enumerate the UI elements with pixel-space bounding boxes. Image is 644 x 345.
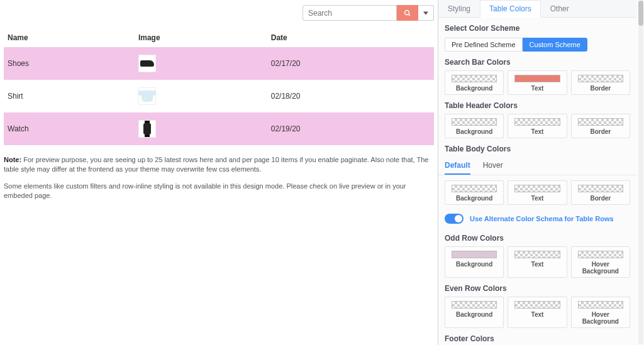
header-text-swatch[interactable]: Text: [508, 114, 567, 138]
table-header-row: Name Image Date: [4, 28, 434, 47]
search-text-swatch[interactable]: Text: [508, 70, 567, 95]
alternate-row-toggle-label: Use Alternate Color Schema for Table Row…: [470, 215, 614, 222]
search-bar-colors-title: Search Bar Colors: [445, 58, 630, 67]
cell-name: Watch: [4, 112, 135, 145]
col-date: Date: [267, 28, 434, 47]
even-row-colors-title: Even Row Colors: [445, 284, 630, 293]
scrollbar-thumb[interactable]: [638, 1, 643, 26]
color-scheme-panel: Select Color Scheme Pre Defined Scheme C…: [438, 18, 636, 52]
tab-styling[interactable]: Styling: [438, 0, 480, 17]
cell-name: Shirt: [4, 80, 135, 112]
shoe-icon: [140, 60, 154, 67]
search-input[interactable]: [303, 5, 397, 21]
cell-date: 02/19/20: [267, 112, 434, 145]
note-text: Note: For preview purpose, you are seein…: [4, 155, 434, 201]
col-name: Name: [4, 28, 135, 47]
odd-row-colors-title: Odd Row Colors: [445, 234, 630, 243]
body-border-swatch[interactable]: Border: [571, 180, 630, 205]
cell-image: [135, 112, 267, 145]
tab-other[interactable]: Other: [541, 0, 579, 17]
cell-name: Shoes: [4, 47, 135, 80]
watch-icon: [143, 123, 151, 134]
preview-pane: Name Image Date Shoes 02/17/20 Shirt 02/…: [0, 0, 438, 345]
footer-colors-title: Footer Colors: [445, 334, 630, 343]
cell-image: [135, 47, 267, 80]
alternate-row-toggle[interactable]: [445, 214, 464, 224]
odd-hover-background-swatch[interactable]: Hover Background: [571, 246, 630, 278]
table-row: Watch 02/19/20: [4, 112, 434, 145]
table-body-colors-title: Table Body Colors: [445, 145, 630, 153]
even-hover-background-swatch[interactable]: Hover Background: [571, 297, 630, 328]
header-background-swatch[interactable]: Background: [445, 114, 504, 138]
body-background-swatch[interactable]: Background: [445, 180, 504, 205]
scheme-toggle-group: Pre Defined Scheme Custom Scheme: [445, 38, 630, 52]
table-row: Shirt 02/18/20: [4, 80, 434, 112]
subtab-hover[interactable]: Hover: [483, 161, 503, 175]
chevron-down-icon: [423, 11, 428, 16]
search-border-swatch[interactable]: Border: [571, 70, 630, 95]
alternate-row-toggle-row: Use Alternate Color Schema for Table Row…: [438, 205, 636, 227]
odd-background-swatch[interactable]: Background: [445, 246, 504, 278]
settings-pane: Styling Table Colors Other Select Color …: [438, 0, 644, 345]
cell-date: 02/18/20: [267, 80, 434, 112]
header-border-swatch[interactable]: Border: [571, 114, 630, 138]
settings-tabs: Styling Table Colors Other: [438, 0, 636, 18]
cell-date: 02/17/20: [267, 47, 434, 80]
odd-text-swatch[interactable]: Text: [508, 246, 567, 278]
preview-table: Name Image Date Shoes 02/17/20 Shirt 02/…: [4, 28, 434, 145]
cell-image: [135, 80, 267, 112]
body-subtabs: Default Hover: [438, 157, 636, 175]
even-text-swatch[interactable]: Text: [508, 297, 567, 328]
svg-line-1: [409, 14, 411, 16]
custom-scheme-button[interactable]: Custom Scheme: [523, 38, 587, 52]
search-options-dropdown[interactable]: [418, 5, 434, 21]
table-row: Shoes 02/17/20: [4, 47, 434, 80]
search-icon: [404, 9, 411, 17]
subtab-default[interactable]: Default: [445, 161, 470, 175]
tab-table-colors[interactable]: Table Colors: [480, 0, 541, 18]
predefined-scheme-button[interactable]: Pre Defined Scheme: [445, 38, 523, 52]
search-button[interactable]: [397, 5, 418, 21]
even-background-swatch[interactable]: Background: [445, 297, 504, 328]
svg-point-0: [405, 10, 409, 14]
select-color-scheme-title: Select Color Scheme: [445, 24, 630, 33]
search-background-swatch[interactable]: Background: [445, 70, 504, 95]
body-text-swatch[interactable]: Text: [508, 180, 567, 205]
shirt-icon: [142, 90, 153, 102]
right-pane-scrollbar[interactable]: [638, 1, 643, 344]
search-row: [4, 5, 434, 21]
table-header-colors-title: Table Header Colors: [445, 101, 630, 110]
col-image: Image: [135, 28, 267, 47]
